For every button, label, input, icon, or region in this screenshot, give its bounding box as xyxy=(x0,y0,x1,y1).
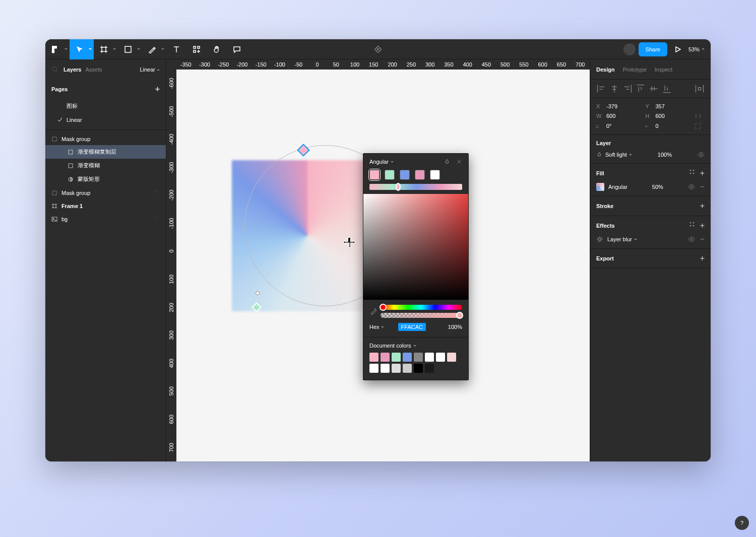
effect-type-select[interactable]: Layer blur xyxy=(607,236,637,242)
gradient-stop-swatch[interactable] xyxy=(385,170,395,180)
align-hcenter-icon[interactable] xyxy=(609,84,619,94)
alpha-slider[interactable] xyxy=(381,313,462,318)
pen-tool-chevron-icon[interactable] xyxy=(159,39,166,59)
add-stroke-button[interactable]: + xyxy=(700,202,705,211)
fill-type-label[interactable]: Angular xyxy=(608,184,627,190)
doc-color-swatch[interactable] xyxy=(403,364,412,373)
zoom-select[interactable]: 53% xyxy=(688,46,705,52)
doc-color-swatch[interactable] xyxy=(381,364,390,373)
visibility-icon[interactable] xyxy=(688,236,695,243)
saturation-value-area[interactable] xyxy=(363,194,468,300)
fill-opacity-input[interactable]: 50% xyxy=(652,184,663,190)
gradient-bar-thumb[interactable] xyxy=(396,183,401,191)
doc-color-swatch[interactable] xyxy=(425,353,434,362)
h-input[interactable]: 600 xyxy=(656,113,665,119)
eyedropper-icon[interactable] xyxy=(369,307,377,315)
align-top-icon[interactable] xyxy=(636,84,646,94)
layer-item[interactable]: 蒙版矩形 xyxy=(45,172,166,186)
layer-item[interactable]: Mask group xyxy=(45,186,166,200)
corner-radius-input[interactable]: 0 xyxy=(656,123,659,129)
hidden-icon[interactable] xyxy=(153,215,160,222)
design-tab[interactable]: Design xyxy=(596,66,615,73)
move-tool-chevron-icon[interactable] xyxy=(87,39,94,59)
document-colors-select[interactable]: Document colors xyxy=(369,343,462,349)
rotation-input[interactable]: 0° xyxy=(606,123,612,129)
doc-color-swatch[interactable] xyxy=(414,364,423,373)
doc-color-swatch[interactable] xyxy=(414,353,423,362)
gradient-stop-swatch[interactable] xyxy=(400,170,410,180)
shape-tool-chevron-icon[interactable] xyxy=(135,39,142,59)
picker-type-select[interactable]: Angular xyxy=(369,159,394,165)
doc-color-swatch[interactable] xyxy=(425,364,434,373)
hue-thumb[interactable] xyxy=(380,304,387,311)
doc-color-swatch[interactable] xyxy=(436,353,445,362)
page-select[interactable]: Linear xyxy=(140,66,160,73)
align-bottom-icon[interactable] xyxy=(662,84,672,94)
frame-tool-chevron-icon[interactable] xyxy=(111,39,118,59)
align-left-icon[interactable] xyxy=(596,84,606,94)
constrain-proportions-icon[interactable] xyxy=(695,112,702,119)
add-export-button[interactable]: + xyxy=(700,254,705,263)
doc-color-swatch[interactable] xyxy=(369,353,379,362)
hex-opacity-input[interactable]: 100% xyxy=(448,324,462,330)
gradient-stop-swatch[interactable] xyxy=(369,170,380,180)
doc-color-swatch[interactable] xyxy=(447,353,456,362)
doc-color-swatch[interactable] xyxy=(369,364,379,373)
doc-color-swatch[interactable] xyxy=(381,353,390,362)
assets-tab[interactable]: Assets xyxy=(84,64,103,75)
individual-corners-icon[interactable] xyxy=(695,122,702,129)
blend-mode-select[interactable]: Soft light xyxy=(605,152,632,158)
main-menu-chevron-icon[interactable] xyxy=(62,39,70,59)
doc-color-swatch[interactable] xyxy=(392,353,401,362)
w-input[interactable]: 600 xyxy=(606,113,615,119)
comment-tool-button[interactable] xyxy=(227,39,247,59)
hex-input[interactable]: FFACAC xyxy=(398,323,426,331)
gradient-artboard[interactable] xyxy=(232,160,383,311)
align-vcenter-icon[interactable] xyxy=(649,84,659,94)
add-effect-button[interactable]: + xyxy=(700,221,705,230)
y-input[interactable]: 357 xyxy=(656,103,665,109)
gradient-stop-handle[interactable] xyxy=(297,144,309,156)
hue-slider[interactable] xyxy=(381,305,462,310)
add-page-button[interactable]: + xyxy=(155,85,160,94)
gradient-stop-swatch[interactable] xyxy=(415,170,425,180)
alpha-thumb[interactable] xyxy=(456,312,463,319)
fill-swatch[interactable] xyxy=(596,183,604,191)
resources-button[interactable] xyxy=(186,39,207,59)
text-tool-button[interactable] xyxy=(166,39,186,59)
page-item[interactable]: 图标 xyxy=(45,99,166,113)
color-mode-select[interactable]: Hex xyxy=(369,324,384,330)
inspect-tab[interactable]: Inspect xyxy=(655,66,672,73)
page-item[interactable]: Linear xyxy=(45,113,166,126)
user-avatar[interactable] xyxy=(623,43,636,55)
gradient-preview-bar[interactable] xyxy=(369,184,462,190)
add-fill-button[interactable]: + xyxy=(700,169,705,178)
layer-item[interactable]: Frame 1 xyxy=(45,200,166,212)
layer-opacity-input[interactable]: 100% xyxy=(658,152,672,158)
search-icon[interactable] xyxy=(51,66,58,73)
layers-tab[interactable]: Layers xyxy=(62,64,82,75)
visibility-icon[interactable] xyxy=(698,151,705,158)
distribute-icon[interactable] xyxy=(695,84,705,94)
layer-item[interactable]: bg xyxy=(45,212,166,226)
hidden-icon[interactable] xyxy=(153,189,160,196)
close-icon[interactable] xyxy=(456,159,462,165)
layer-item[interactable]: 渐变模糊复制层 xyxy=(45,145,166,159)
prototype-tab[interactable]: Prototype xyxy=(623,66,647,73)
gradient-center-handle[interactable] xyxy=(256,291,260,295)
visibility-icon[interactable] xyxy=(688,183,695,190)
align-right-icon[interactable] xyxy=(622,84,633,94)
present-button[interactable] xyxy=(670,39,685,59)
remove-fill-button[interactable]: − xyxy=(700,183,705,191)
style-icon[interactable] xyxy=(689,169,695,175)
doc-color-swatch[interactable] xyxy=(392,364,401,373)
layer-item[interactable]: 渐变模糊 xyxy=(45,159,166,172)
gradient-stop-swatch[interactable] xyxy=(430,170,440,180)
x-input[interactable]: -379 xyxy=(606,103,617,109)
share-button[interactable]: Share xyxy=(639,42,667,56)
effect-settings-icon[interactable] xyxy=(596,236,603,243)
layer-item[interactable]: Mask group xyxy=(45,133,166,145)
blend-mode-icon[interactable] xyxy=(444,159,450,165)
hand-tool-button[interactable] xyxy=(207,39,227,59)
remove-effect-button[interactable]: − xyxy=(700,235,705,243)
